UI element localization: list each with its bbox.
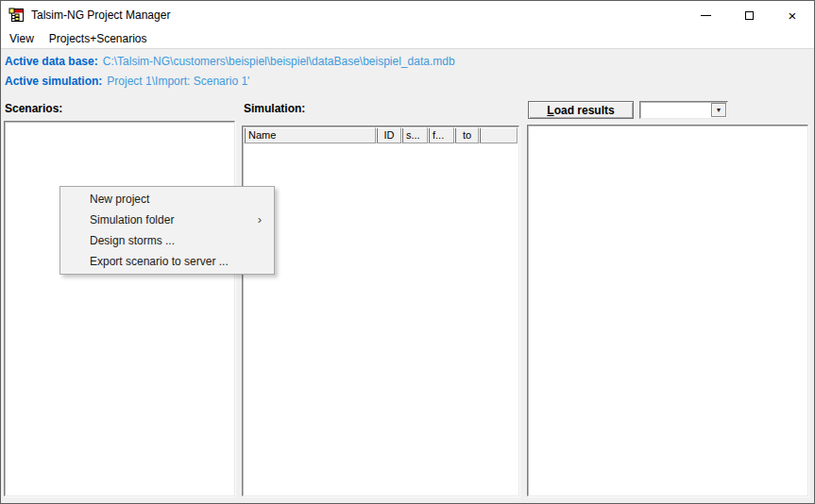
window-title: Talsim-NG Project Manager <box>31 8 684 22</box>
minimize-button[interactable] <box>684 1 727 29</box>
active-database-value: C:\Talsim-NG\customers\beispiel\beispiel… <box>103 55 455 68</box>
talsim-project-manager-window: Talsim-NG Project Manager × View Project… <box>0 0 815 504</box>
menu-item-label: Export scenario to server ... <box>90 255 229 268</box>
maximize-button[interactable] <box>727 1 771 29</box>
simulation-label: Simulation: <box>244 102 305 115</box>
results-combobox[interactable]: ▼ <box>639 101 728 119</box>
talsim-app-icon <box>8 8 25 24</box>
scenarios-list[interactable] <box>4 121 235 496</box>
menu-item-export-scenario[interactable]: Export scenario to server ... <box>60 251 274 272</box>
results-combobox-value <box>640 102 710 118</box>
active-database-label: Active data base: <box>5 55 98 68</box>
column-header-s[interactable]: s... <box>401 127 428 143</box>
menu-item-design-storms[interactable]: Design storms ... <box>60 230 274 251</box>
simulation-table-header: Name ID s... f... to <box>243 126 518 143</box>
menu-item-label: Design storms ... <box>90 234 175 247</box>
active-simulation-value: Project 1\Import: Scenario 1' <box>107 75 249 88</box>
column-header-f[interactable]: f... <box>428 127 454 143</box>
menu-item-label: New project <box>90 193 149 206</box>
menu-view[interactable]: View <box>2 29 42 48</box>
load-results-mnemonic: L <box>547 104 553 117</box>
maximize-icon <box>745 11 754 20</box>
menu-projects-scenarios[interactable]: Projects+Scenarios <box>42 29 155 48</box>
column-header-id[interactable]: ID <box>376 127 401 143</box>
simulation-table[interactable]: Name ID s... f... to <box>242 126 519 496</box>
menu-item-simulation-folder[interactable]: Simulation folder › <box>60 210 274 230</box>
minimize-icon <box>701 15 711 16</box>
active-simulation-line: Active simulation:Project 1\Import: Scen… <box>5 75 249 88</box>
results-list[interactable] <box>527 125 808 496</box>
results-combobox-dropdown-button[interactable]: ▼ <box>711 103 726 117</box>
close-button[interactable]: × <box>771 1 814 29</box>
load-results-label: oad results <box>554 104 615 117</box>
menubar: View Projects+Scenarios <box>1 29 814 49</box>
close-icon: × <box>789 8 797 23</box>
column-header-to[interactable]: to <box>454 127 479 143</box>
menu-item-new-project[interactable]: New project <box>60 189 274 210</box>
submenu-arrow-icon: › <box>258 210 262 230</box>
chevron-down-icon: ▼ <box>716 107 722 113</box>
active-database-line: Active data base:C:\Talsim-NG\customers\… <box>5 55 455 68</box>
active-simulation-label: Active simulation: <box>5 75 102 88</box>
scenarios-label: Scenarios: <box>5 102 62 115</box>
context-menu: New project Simulation folder › Design s… <box>59 186 275 275</box>
titlebar: Talsim-NG Project Manager × <box>1 1 814 29</box>
menu-item-label: Simulation folder <box>90 213 174 227</box>
column-header-blank[interactable] <box>479 127 518 143</box>
column-header-name[interactable]: Name <box>244 127 376 143</box>
load-results-button[interactable]: Load results <box>528 101 634 119</box>
